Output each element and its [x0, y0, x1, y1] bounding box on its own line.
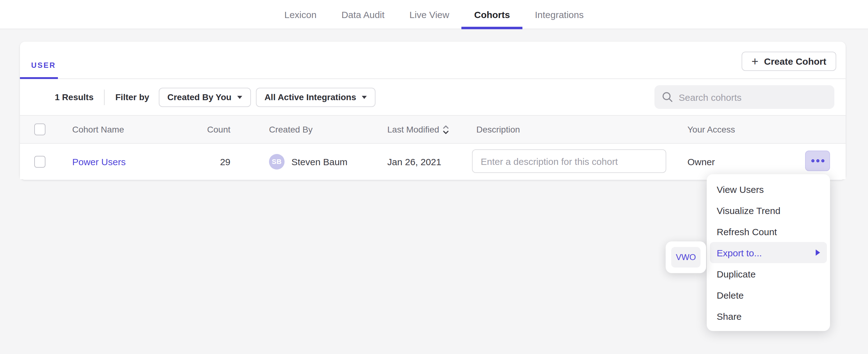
row-actions-button[interactable] [805, 151, 830, 171]
menu-item-refresh-count[interactable]: Refresh Count [710, 221, 827, 242]
filter-toolbar: 1 Results Filter by Created By You All A… [20, 79, 845, 115]
submenu-arrow-icon [816, 250, 820, 256]
avatar: SB [269, 154, 284, 169]
column-header-your-access: Your Access [687, 124, 735, 134]
create-cohort-label: Create Cohort [764, 56, 826, 67]
results-count: 1 Results [55, 92, 94, 102]
description-input[interactable] [472, 149, 666, 173]
tab-user[interactable]: USER [31, 61, 56, 70]
chevron-down-icon [237, 96, 242, 99]
column-header-created-by: Created By [269, 124, 313, 134]
created-by-filter-dropdown[interactable]: Created By You [158, 88, 251, 107]
integrations-filter-dropdown[interactable]: All Active Integrations [256, 88, 375, 107]
integrations-filter-label: All Active Integrations [264, 92, 356, 102]
column-header-description: Description [476, 124, 520, 134]
plus-icon: + [751, 55, 758, 67]
column-header-cohort-name: Cohort Name [72, 124, 124, 134]
create-cohort-button[interactable]: + Create Cohort [742, 52, 836, 71]
created-by-cell: SB Steven Baum [269, 154, 347, 169]
menu-item-duplicate[interactable]: Duplicate [710, 263, 827, 284]
table-row: Power Users 29 SB Steven Baum Jan 26, 20… [20, 144, 845, 179]
row-checkbox[interactable] [34, 156, 45, 167]
panel-header: USER + Create Cohort [20, 42, 845, 79]
chevron-down-icon [362, 96, 367, 99]
submenu-item-vwo[interactable]: VWO [671, 247, 701, 267]
created-by-filter-label: Created By You [167, 92, 231, 102]
export-to-label: Export to... [717, 247, 762, 258]
access-value: Owner [687, 156, 715, 167]
cohorts-panel: USER + Create Cohort 1 Results Filter by… [20, 42, 845, 180]
nav-tab-integrations[interactable]: Integrations [522, 0, 596, 29]
ellipsis-icon [816, 159, 819, 162]
menu-item-export-to[interactable]: Export to... [710, 242, 827, 263]
menu-item-share[interactable]: Share [710, 305, 827, 327]
filter-by-label: Filter by [116, 92, 150, 102]
export-submenu: VWO [665, 242, 706, 273]
menu-item-delete[interactable]: Delete [710, 284, 827, 305]
creator-name: Steven Baum [291, 156, 347, 167]
column-header-last-modified[interactable]: Last Modified [387, 124, 449, 134]
nav-tab-cohorts[interactable]: Cohorts [462, 0, 522, 29]
ellipsis-icon [811, 159, 814, 162]
app-viewport: Lexicon Data Audit Live View Cohorts Int… [0, 0, 868, 354]
column-header-count: Count [178, 124, 230, 134]
search-input[interactable] [679, 92, 827, 102]
nav-tab-data-audit[interactable]: Data Audit [329, 0, 397, 29]
nav-tabs: Lexicon Data Audit Live View Cohorts Int… [272, 0, 596, 29]
last-modified-date: Jan 26, 2021 [387, 156, 441, 167]
select-all-checkbox[interactable] [34, 124, 45, 135]
menu-item-visualize-trend[interactable]: Visualize Trend [710, 200, 827, 221]
last-modified-label: Last Modified [387, 124, 439, 134]
nav-tab-live-view[interactable]: Live View [397, 0, 462, 29]
nav-tab-lexicon[interactable]: Lexicon [272, 0, 329, 29]
ellipsis-icon [821, 159, 824, 162]
top-navigation: Lexicon Data Audit Live View Cohorts Int… [0, 0, 868, 29]
sort-icon [443, 125, 449, 134]
menu-item-view-users[interactable]: View Users [710, 179, 827, 200]
search-icon [662, 92, 673, 103]
table-header-row: Cohort Name Count Created By Last Modifi… [20, 115, 845, 144]
row-context-menu: View Users Visualize Trend Refresh Count… [707, 174, 830, 331]
cohort-name-link[interactable]: Power Users [72, 156, 126, 167]
vertical-divider [104, 89, 105, 105]
search-cohorts-box [654, 85, 834, 109]
cohort-count: 29 [178, 156, 230, 167]
